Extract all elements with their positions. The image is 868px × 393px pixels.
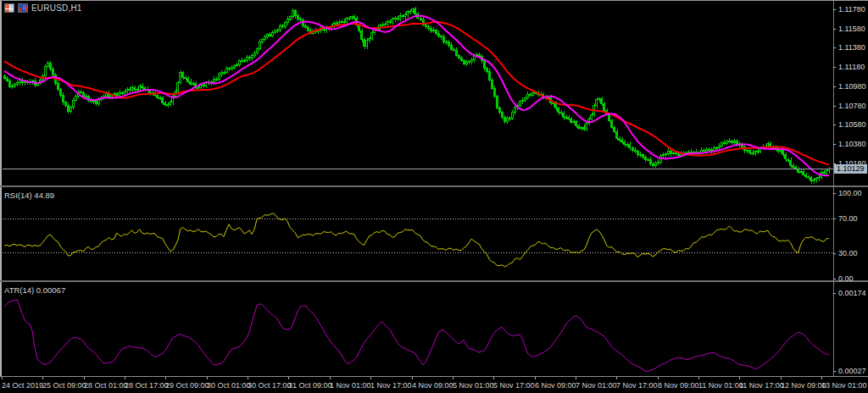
time-axis-tick bbox=[288, 377, 289, 379]
axis-tick bbox=[833, 279, 836, 280]
time-axis-label: 25 Oct 09:00 bbox=[42, 381, 86, 390]
axis-tick bbox=[833, 144, 836, 145]
rsi-indicator-label: RSI(14) 44.89 bbox=[4, 191, 54, 200]
axis-tick bbox=[833, 371, 836, 372]
time-axis-tick bbox=[535, 377, 536, 379]
time-axis-tick bbox=[42, 377, 43, 379]
time-axis-tick bbox=[658, 377, 659, 379]
rsi-chart-canvas[interactable] bbox=[3, 187, 833, 280]
time-axis-tick bbox=[453, 377, 453, 379]
axis-tick bbox=[833, 253, 836, 254]
axis-tick bbox=[833, 219, 836, 219]
axis-tick bbox=[833, 193, 836, 194]
axis-tick-label: 1.11580 bbox=[838, 25, 865, 33]
grid-icon[interactable] bbox=[4, 3, 14, 13]
time-axis-label: 13 Nov 01:00 bbox=[821, 381, 867, 390]
atr-indicator-label: ATR(14) 0.00067 bbox=[4, 285, 65, 295]
price-axis[interactable]: 1.117801.115801.113801.111801.109801.107… bbox=[834, 1, 868, 185]
rsi-axis[interactable]: 100.0070.0030.000.00 bbox=[834, 187, 868, 280]
time-axis-tick bbox=[330, 377, 331, 379]
axis-tick bbox=[833, 86, 836, 87]
time-axis-label: 7 Nov 17:00 bbox=[616, 381, 658, 390]
axis-tick bbox=[833, 9, 836, 10]
time-axis-label: 7 Nov 01:00 bbox=[576, 381, 617, 390]
candlestick-chart-icon[interactable] bbox=[18, 3, 28, 13]
atr-axis[interactable]: 0.001740.00027 bbox=[834, 282, 868, 376]
time-axis-tick bbox=[2, 377, 3, 379]
time-axis-tick bbox=[781, 377, 782, 379]
time-axis-tick bbox=[616, 377, 617, 379]
atr-line bbox=[4, 300, 829, 372]
time-axis-tick bbox=[125, 377, 125, 379]
time-axis-label: 1 Nov 17:00 bbox=[370, 381, 412, 390]
axis-tick-label: 0.00027 bbox=[838, 367, 866, 375]
time-axis-tick bbox=[248, 377, 248, 379]
time-axis-label: 1 Nov 01:00 bbox=[330, 381, 371, 390]
axis-tick bbox=[833, 106, 836, 107]
axis-tick bbox=[833, 125, 836, 125]
axis-tick bbox=[833, 29, 836, 30]
atr-chart-canvas[interactable] bbox=[3, 282, 833, 376]
time-axis[interactable]: 24 Oct 201925 Oct 09:0028 Oct 01:0028 Oc… bbox=[0, 377, 868, 393]
time-axis-tick bbox=[698, 377, 699, 379]
axis-tick-label: 1.11180 bbox=[838, 63, 865, 71]
time-axis-label: 11 Nov 01:00 bbox=[698, 381, 743, 390]
rsi-line bbox=[4, 213, 829, 267]
time-axis-tick bbox=[207, 377, 208, 379]
current-price-tag: 1.10129 bbox=[834, 164, 867, 174]
time-axis-label: 28 Oct 17:00 bbox=[125, 381, 169, 390]
time-axis-label: 5 Nov 17:00 bbox=[493, 381, 535, 390]
axis-tick-label: 70.00 bbox=[838, 214, 858, 223]
chart-window: EURUSD,H1 1.117801.115801.113801.111801.… bbox=[0, 0, 868, 393]
axis-tick-label: 0.00174 bbox=[838, 289, 866, 297]
symbol-timeframe-label: EURUSD,H1 bbox=[31, 3, 82, 13]
time-axis-tick bbox=[493, 377, 494, 379]
axis-tick-label: 1.10780 bbox=[838, 102, 866, 110]
time-axis-label: 6 Nov 09:00 bbox=[535, 381, 576, 390]
time-axis-label: 29 Oct 09:00 bbox=[165, 381, 209, 390]
axis-tick bbox=[833, 67, 836, 68]
time-axis-tick bbox=[821, 377, 822, 379]
time-axis-label: 30 Oct 17:00 bbox=[248, 381, 292, 390]
time-axis-label: 11 Nov 17:00 bbox=[739, 381, 784, 390]
axis-tick-label: 1.11380 bbox=[838, 43, 865, 52]
time-axis-tick bbox=[84, 377, 85, 379]
window-left-border bbox=[0, 0, 2, 393]
time-axis-label: 12 Nov 09:00 bbox=[781, 381, 826, 390]
chart-header: EURUSD,H1 bbox=[4, 3, 82, 14]
time-axis-tick bbox=[370, 377, 371, 379]
time-axis-label: 5 Nov 01:00 bbox=[453, 381, 494, 390]
axis-tick-label: 1.10580 bbox=[838, 120, 866, 129]
time-axis-label: 30 Oct 01:00 bbox=[207, 381, 251, 390]
axis-tick bbox=[833, 47, 836, 48]
price-chart-canvas[interactable] bbox=[3, 1, 833, 185]
time-axis-label: 28 Oct 01:00 bbox=[84, 381, 128, 390]
axis-tick-label: 100.00 bbox=[838, 189, 862, 197]
time-axis-label: 4 Nov 09:00 bbox=[412, 381, 453, 390]
time-axis-tick bbox=[739, 377, 740, 379]
time-axis-label: 24 Oct 2019 bbox=[2, 381, 43, 390]
time-axis-tick bbox=[412, 377, 413, 379]
axis-tick-label: 30.00 bbox=[838, 249, 858, 257]
time-axis-label: 8 Nov 09:00 bbox=[658, 381, 699, 390]
time-axis-tick bbox=[576, 377, 576, 379]
time-axis-tick bbox=[165, 377, 166, 379]
axis-tick bbox=[833, 293, 836, 294]
axis-tick-label: 1.11780 bbox=[838, 5, 865, 14]
time-axis-label: 31 Oct 09:00 bbox=[288, 381, 332, 390]
axis-tick-label: 1.10980 bbox=[838, 82, 866, 91]
axis-tick-label: 1.10380 bbox=[838, 140, 866, 148]
